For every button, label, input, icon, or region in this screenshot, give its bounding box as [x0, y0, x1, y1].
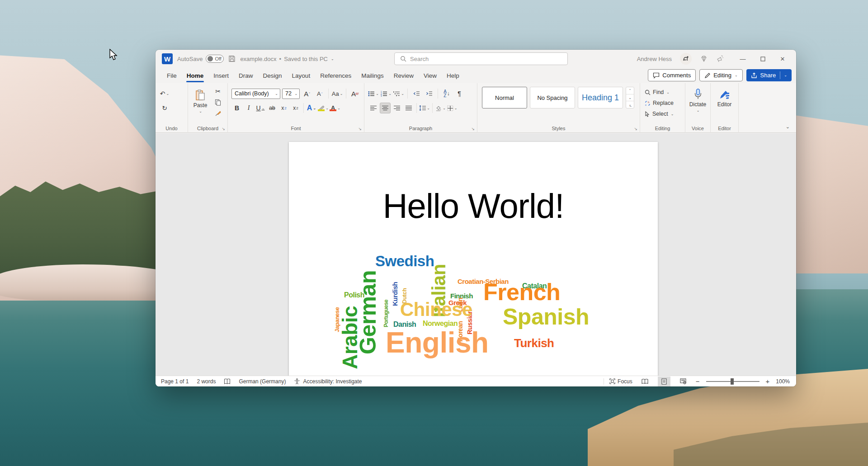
bold-button[interactable]: B [231, 103, 242, 113]
autosave-switch[interactable]: Off [206, 55, 224, 63]
language-indicator[interactable]: German (Germany) [239, 378, 286, 385]
format-painter-button[interactable] [212, 108, 223, 118]
save-icon[interactable] [228, 55, 236, 62]
font-group: Calibri (Body) ⌄ 72 ⌄ Aˆ Aˇ Aa⌄ A B I U⌄… [228, 83, 364, 133]
superscript-button[interactable]: x2 [290, 103, 301, 113]
close-button[interactable]: ✕ [773, 50, 793, 68]
tab-insert[interactable]: Insert [208, 69, 234, 82]
font-color-button[interactable]: A ⌄ [330, 103, 340, 113]
cut-button[interactable]: ✂ [212, 87, 223, 96]
grow-font-button[interactable]: Aˆ [302, 88, 312, 99]
undo-button[interactable]: ↶⌄ [159, 88, 170, 99]
paragraph-dialog-launcher[interactable]: ↘ [471, 127, 475, 131]
copy-button[interactable] [212, 98, 223, 107]
dictate-button[interactable]: Dictate ⌄ [685, 85, 710, 113]
tab-layout[interactable]: Layout [287, 69, 316, 82]
show-formatting-button[interactable]: ¶ [454, 88, 465, 99]
tab-help[interactable]: Help [442, 69, 464, 82]
tab-mailings[interactable]: Mailings [356, 69, 389, 82]
clear-formatting-button[interactable]: A [349, 88, 360, 99]
justify-button[interactable] [403, 103, 414, 113]
align-right-button[interactable] [392, 103, 402, 113]
minimize-button[interactable]: — [733, 50, 753, 68]
font-dialog-launcher[interactable]: ↘ [358, 127, 362, 131]
document-canvas[interactable]: Hello World! SwedishItalianGermanArabicJ… [156, 133, 796, 376]
shading-button[interactable]: ⌄ [435, 103, 446, 113]
align-center-button[interactable] [380, 103, 391, 113]
numbering-button[interactable]: 123 ⌄ [381, 88, 392, 99]
clipboard-dialog-launcher[interactable]: ↘ [222, 127, 225, 131]
redo-button[interactable]: ↻ [159, 103, 170, 113]
comments-button[interactable]: Comments [648, 69, 696, 81]
borders-button[interactable]: ⌄ [447, 103, 458, 113]
select-button[interactable]: Select ⌄ [645, 109, 674, 119]
read-mode-button[interactable] [639, 377, 651, 386]
autosave-toggle[interactable]: AutoSave Off [177, 55, 224, 63]
italic-button[interactable]: I [243, 103, 254, 113]
word-logo-icon[interactable]: W [162, 53, 173, 64]
share-button[interactable]: Share ⌄ [746, 69, 792, 81]
change-case-button[interactable]: Aa⌄ [332, 88, 343, 99]
text-effects-button[interactable]: A⌄ [306, 103, 317, 113]
strikethrough-button[interactable]: ab [267, 103, 278, 113]
page-indicator[interactable]: Page 1 of 1 [161, 378, 189, 385]
tab-design[interactable]: Design [258, 69, 287, 82]
tab-references[interactable]: References [315, 69, 356, 82]
document-page[interactable]: Hello World! SwedishItalianGermanArabicJ… [289, 142, 658, 376]
focus-button[interactable]: Focus [604, 378, 632, 385]
tab-review[interactable]: Review [389, 69, 419, 82]
align-left-button[interactable] [368, 103, 379, 113]
collapse-ribbon-button[interactable]: ⌄ [786, 124, 790, 130]
word-count[interactable]: 2 words [197, 378, 216, 385]
line-spacing-button[interactable]: ⌄ [419, 103, 430, 113]
editor-button[interactable]: Editor [711, 86, 738, 108]
styles-gallery-more[interactable]: ⌄̲ [626, 101, 634, 108]
style-no-spacing[interactable]: No Spacing [530, 87, 575, 108]
zoom-in-button[interactable]: + [766, 377, 770, 385]
proofing-book-icon[interactable] [224, 378, 231, 385]
tab-view[interactable]: View [419, 69, 442, 82]
avatar[interactable] [680, 53, 692, 65]
maximize-button[interactable] [753, 50, 773, 68]
bullets-button[interactable]: ⌄ [368, 88, 379, 99]
style-normal[interactable]: Normal [482, 87, 527, 108]
style-heading-1[interactable]: Heading 1 [578, 87, 623, 108]
web-layout-button[interactable] [677, 377, 689, 386]
font-family-combo[interactable]: Calibri (Body) ⌄ [231, 89, 280, 99]
sort-button[interactable]: AZ↓ [441, 88, 452, 99]
subscript-button[interactable]: x2 [278, 103, 289, 113]
tab-home[interactable]: Home [182, 69, 209, 82]
tab-file[interactable]: File [162, 69, 182, 82]
zoom-slider[interactable] [706, 381, 760, 382]
chevron-down-icon: ⌄ [388, 92, 392, 96]
document-title[interactable]: example.docx • Saved to this PC ⌄ [240, 56, 334, 62]
zoom-out-button[interactable]: − [696, 377, 700, 385]
user-name[interactable]: Andrew Hess [637, 56, 672, 62]
replace-button[interactable]: bc Replace [645, 98, 674, 108]
cloud-word-chinese: Chinese [400, 300, 472, 319]
font-size-combo[interactable]: 72 ⌄ [282, 89, 300, 99]
increase-indent-button[interactable] [424, 88, 434, 99]
editing-mode-button[interactable]: Editing ⌄ [699, 69, 742, 81]
tab-draw[interactable]: Draw [234, 69, 258, 82]
shrink-font-button[interactable]: Aˇ [314, 88, 325, 99]
styles-scroll-up[interactable]: ⌃ [626, 87, 634, 94]
find-button[interactable]: Find ⌄ [645, 87, 674, 97]
chevron-down-icon: ⌄ [735, 73, 738, 77]
multilevel-list-button[interactable]: ⌄ [393, 88, 404, 99]
print-layout-button[interactable] [658, 377, 670, 386]
zoom-slider-thumb[interactable] [731, 378, 734, 385]
highlight-button[interactable]: ⌄ [318, 103, 329, 113]
underline-button[interactable]: U⌄ [255, 103, 266, 113]
paste-button[interactable]: Paste ⌄ [191, 86, 210, 113]
decrease-indent-button[interactable] [411, 88, 422, 99]
styles-scroll-down[interactable]: ⌄ [626, 94, 634, 102]
feedback-megaphone-icon[interactable] [716, 55, 725, 63]
styles-dialog-launcher[interactable]: ↘ [634, 127, 637, 131]
accessibility-status[interactable]: Accessibility: Investigate [294, 378, 362, 385]
premium-diamond-icon[interactable] [700, 55, 708, 63]
title-separator: • [279, 56, 282, 62]
zoom-level[interactable]: 100% [776, 378, 790, 385]
search-input[interactable]: Search [394, 52, 568, 65]
chevron-down-icon: ⌄ [166, 92, 170, 96]
